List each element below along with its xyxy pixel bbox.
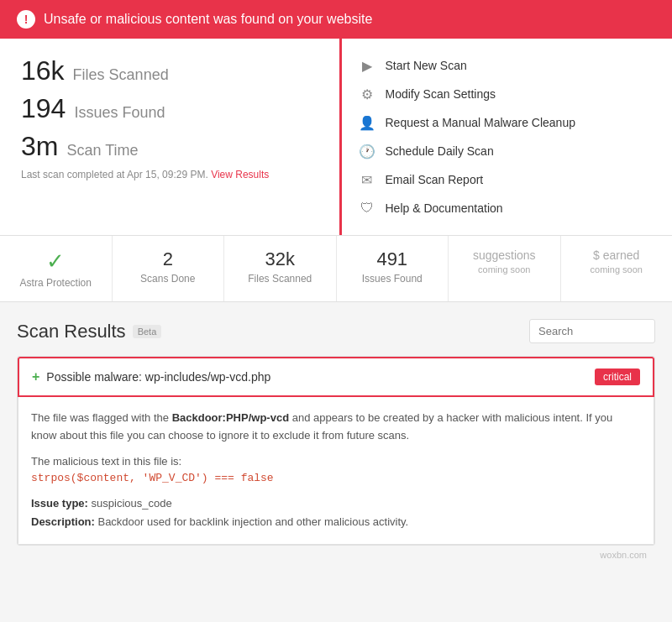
view-results-link[interactable]: View Results bbox=[211, 169, 269, 180]
scan-results-title-text: Scan Results bbox=[17, 321, 126, 342]
malware-description: The file was flagged with the Backdoor:P… bbox=[31, 410, 641, 445]
scan-time-label: Scan Time bbox=[66, 142, 138, 159]
email-icon: ✉ bbox=[359, 171, 375, 188]
alert-icon: ! bbox=[17, 10, 35, 29]
play-icon: ▶ bbox=[359, 57, 375, 74]
watermark: woxbn.com bbox=[17, 546, 655, 564]
files-scanned-bar-value: 32k bbox=[233, 248, 328, 270]
scan-results-section: Scan Results Beta + Possible malware: wp… bbox=[0, 302, 672, 572]
action-modify-settings-label: Modify Scan Settings bbox=[386, 87, 496, 101]
issues-found-value: 194 bbox=[21, 93, 66, 124]
stats-bar-astra-protection: ✓ Astra Protection bbox=[0, 236, 113, 301]
files-scanned-row: 16k Files Scanned bbox=[21, 55, 318, 86]
beta-badge: Beta bbox=[133, 325, 162, 338]
action-help[interactable]: 🛡 Help & Documentation bbox=[359, 194, 656, 222]
action-schedule-scan-label: Schedule Daily Scan bbox=[386, 144, 494, 158]
action-manual-cleanup-label: Request a Manual Malware Cleanup bbox=[386, 116, 575, 129]
action-modify-settings[interactable]: ⚙ Modify Scan Settings bbox=[359, 80, 656, 108]
stats-bar-earned: $ earned coming soon bbox=[561, 236, 673, 301]
malicious-code-label: The malicious text in this file is: bbox=[31, 455, 641, 468]
action-manual-cleanup[interactable]: 👤 Request a Manual Malware Cleanup bbox=[359, 108, 656, 137]
malware-title: + Possible malware: wp-includes/wp-vcd.p… bbox=[32, 369, 270, 384]
stats-card: 16k Files Scanned 194 Issues Found 3m Sc… bbox=[0, 39, 672, 236]
action-start-scan[interactable]: ▶ Start New Scan bbox=[359, 51, 656, 80]
stats-left: 16k Files Scanned 194 Issues Found 3m Sc… bbox=[0, 39, 342, 235]
issue-meta: Issue type: suspicious_code Description:… bbox=[31, 494, 641, 531]
suggestions-label: coming soon bbox=[457, 264, 552, 274]
malicious-code: strpos($content, 'WP_V_CD') === false bbox=[31, 472, 641, 484]
stats-bar-suggestions: suggestions coming soon bbox=[449, 236, 561, 301]
stats-bar: ✓ Astra Protection 2 Scans Done 32k File… bbox=[0, 236, 672, 302]
stats-bar-scans-done: 2 Scans Done bbox=[113, 236, 225, 301]
scan-time-value: 3m bbox=[21, 131, 58, 162]
description-part1: The file was flagged with the bbox=[31, 411, 172, 424]
scans-done-label: Scans Done bbox=[121, 273, 216, 285]
action-help-label: Help & Documentation bbox=[386, 201, 503, 215]
stats-bar-issues-found: 491 Issues Found bbox=[337, 236, 449, 301]
files-scanned-value: 16k bbox=[21, 55, 65, 86]
issues-found-row: 194 Issues Found bbox=[21, 93, 318, 124]
malware-filename: Possible malware: wp-includes/wp-vcd.php bbox=[46, 370, 270, 384]
alert-message: Unsafe or malicious content was found on… bbox=[44, 12, 372, 27]
action-email-report-label: Email Scan Report bbox=[386, 173, 484, 186]
person-icon: 👤 bbox=[359, 114, 375, 131]
scan-results-title: Scan Results Beta bbox=[17, 321, 161, 342]
issues-found-label: Issues Found bbox=[74, 104, 165, 122]
files-scanned-bar-label: Files Scanned bbox=[233, 273, 328, 285]
earned-label: coming soon bbox=[570, 264, 664, 274]
malware-body: The file was flagged with the Backdoor:P… bbox=[18, 397, 654, 545]
description-label: Description: bbox=[31, 515, 95, 528]
suggestions-value: suggestions bbox=[457, 248, 552, 262]
issues-found-bar-value: 491 bbox=[345, 248, 440, 270]
description-bold: Backdoor:PHP/wp-vcd bbox=[172, 411, 289, 424]
scan-time-row: 3m Scan Time bbox=[21, 131, 318, 162]
action-start-scan-label: Start New Scan bbox=[386, 59, 467, 72]
issue-type-value: suspicious_code bbox=[92, 497, 172, 510]
gear-icon: ⚙ bbox=[359, 86, 375, 102]
severity-badge: critical bbox=[595, 368, 640, 385]
issues-found-bar-label: Issues Found bbox=[345, 273, 440, 285]
stats-bar-files-scanned: 32k Files Scanned bbox=[224, 236, 337, 301]
earned-value: $ earned bbox=[570, 248, 664, 262]
malware-item: + Possible malware: wp-includes/wp-vcd.p… bbox=[17, 356, 655, 546]
action-email-report[interactable]: ✉ Email Scan Report bbox=[359, 165, 656, 194]
last-scan-text: Last scan completed at Apr 15, 09:29 PM.… bbox=[21, 169, 318, 180]
astra-protection-label: Astra Protection bbox=[8, 277, 103, 289]
astra-protection-value: ✓ bbox=[8, 248, 103, 274]
action-schedule-scan[interactable]: 🕐 Schedule Daily Scan bbox=[359, 137, 656, 165]
help-icon: 🛡 bbox=[359, 200, 375, 217]
issue-type-label: Issue type: bbox=[31, 497, 88, 510]
alert-banner: ! Unsafe or malicious content was found … bbox=[0, 0, 672, 39]
clock-icon: 🕐 bbox=[359, 143, 375, 159]
expand-icon: + bbox=[32, 369, 39, 384]
description-meta-value: Backdoor used for backlink injection and… bbox=[97, 515, 408, 528]
malware-header[interactable]: + Possible malware: wp-includes/wp-vcd.p… bbox=[18, 357, 654, 397]
files-scanned-label: Files Scanned bbox=[73, 66, 169, 84]
scan-results-header: Scan Results Beta bbox=[17, 319, 655, 343]
search-input[interactable] bbox=[529, 319, 655, 343]
stats-right: ▶ Start New Scan ⚙ Modify Scan Settings … bbox=[342, 39, 673, 235]
scans-done-value: 2 bbox=[121, 248, 216, 270]
